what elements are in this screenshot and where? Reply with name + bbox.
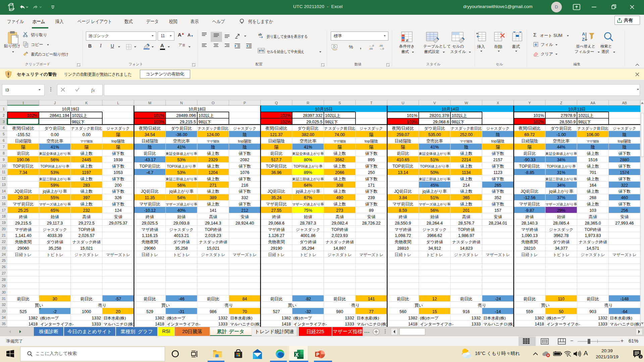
svg-text:AB: AB	[622, 101, 627, 105]
svg-text:P: P	[244, 101, 246, 105]
svg-text:日経トレ: 日経トレ	[15, 252, 32, 257]
svg-text:273: 273	[336, 208, 343, 213]
svg-text:値下数: 値下数	[238, 164, 251, 169]
svg-text:A: A	[582, 32, 585, 37]
svg-text:28210: 28210	[524, 246, 536, 251]
svg-text:ダウ前日比: ダウ前日比	[44, 126, 65, 131]
svg-text:日本水産(株): 日本水産(株)	[104, 316, 126, 320]
svg-text:終値: 終値	[145, 215, 154, 219]
svg-text:28397.332: 28397.332	[303, 113, 323, 118]
svg-text:13.14: 13.14	[398, 170, 408, 175]
svg-text:1333: 1333	[598, 322, 607, 326]
svg-text:29,082.4: 29,082.4	[332, 221, 348, 226]
svg-text:夜間/日経比: 夜間/日経比	[519, 126, 540, 131]
svg-text:268: 268	[589, 195, 596, 200]
svg-text:4033.39: 4033.39	[47, 233, 62, 238]
svg-text:3962.78: 3962.78	[554, 233, 569, 238]
svg-text:マルハニチロ(株): マルハニチロ(株)	[483, 322, 514, 326]
svg-text:5: 5	[3, 132, 5, 136]
svg-text:前日比: 前日比	[270, 297, 282, 301]
svg-text:-14: -14	[495, 309, 501, 314]
svg-text:212: 212	[241, 208, 248, 213]
svg-text:始値: 始値	[51, 215, 59, 219]
svg-text:-9.87: -9.87	[525, 208, 534, 213]
svg-text:-82: -82	[305, 297, 311, 301]
svg-text:141: 141	[368, 297, 375, 301]
svg-text:値下数: 値下数	[365, 164, 378, 169]
svg-text:27,993.46: 27,993.46	[615, 221, 634, 226]
svg-text:値上数: 値上数	[80, 202, 93, 206]
svg-text:56%: 56%	[177, 183, 185, 188]
svg-text:525: 525	[20, 309, 27, 314]
svg-text:382.00: 382.00	[302, 132, 314, 137]
svg-text:TOP前日比: TOP前日比	[519, 164, 540, 169]
svg-text:29,215.5: 29,215.5	[15, 221, 31, 226]
svg-text:夜間/日経比: 夜間/日経比	[265, 126, 287, 131]
svg-text:トピトレ: トピトレ	[426, 252, 443, 257]
svg-text:マルハニチロ(株): マルハニチロ(株)	[610, 322, 641, 326]
svg-text:ナスダック終値: ナスダック終値	[579, 240, 607, 244]
svg-text:TOPIX値上がり率: TOPIX値上がり率	[547, 164, 576, 168]
svg-text:→.0: →.0	[379, 47, 384, 50]
svg-text:S: S	[338, 101, 341, 105]
svg-text:10月18日: 10月18日	[189, 107, 206, 112]
svg-text:夜間/日経比: 夜間/日経比	[392, 126, 414, 131]
svg-text:-8.85: -8.85	[525, 170, 534, 175]
svg-text:値上数: 値上数	[460, 202, 473, 206]
svg-text:1333: 1333	[472, 322, 481, 326]
svg-text:ナスダック前日比: ナスダック前日比	[578, 126, 608, 130]
svg-text:値上数: 値上数	[587, 189, 599, 194]
svg-text:高値: 高値	[83, 215, 91, 219]
svg-text:高値: 高値	[462, 215, 471, 219]
svg-text:始値: 始値	[177, 215, 186, 219]
svg-text:-12.56: -12.56	[524, 195, 535, 200]
svg-text:陽: 陽	[116, 145, 120, 149]
svg-text:X: X	[497, 101, 499, 105]
svg-text:マザ前日比: マザ前日比	[266, 202, 287, 206]
svg-text:値下数: 値下数	[492, 189, 504, 194]
svg-text:日経陽陰: 日経陽陰	[15, 139, 32, 143]
svg-text:28,365.0: 28,365.0	[585, 221, 601, 226]
svg-text:106.00: 106.00	[587, 132, 599, 137]
svg-text:先物夜間: 先物夜間	[395, 240, 412, 244]
svg-text:51%: 51%	[430, 195, 439, 200]
svg-text:前日比: 前日比	[17, 297, 30, 301]
svg-text:326: 326	[115, 195, 122, 200]
svg-text:29,025.5: 29,025.5	[142, 221, 158, 226]
svg-text:マザ陽陰: マザ陽陰	[207, 139, 219, 143]
svg-text:102%: 102%	[280, 120, 291, 124]
svg-text:28: 28	[2, 278, 6, 282]
svg-text:高値: 高値	[209, 215, 217, 219]
svg-text:値下数: 値下数	[112, 177, 125, 181]
svg-text:50%: 50%	[430, 170, 439, 175]
svg-text:15,021: 15,021	[207, 246, 219, 251]
svg-text:190.06: 190.06	[17, 158, 30, 162]
svg-text:322: 322	[621, 183, 628, 188]
svg-text:75%: 75%	[304, 208, 312, 213]
svg-text:101%: 101%	[533, 113, 544, 118]
svg-text:値下数: 値下数	[365, 177, 378, 181]
svg-text:トピトレ: トピトレ	[173, 252, 190, 257]
svg-text:29: 29	[2, 284, 6, 288]
svg-text:値下数: 値下数	[112, 189, 125, 194]
svg-text:%: %	[349, 44, 353, 50]
svg-text:値上数: 値上数	[460, 151, 473, 156]
svg-text:70: 70	[243, 309, 247, 314]
svg-text:29,272.5: 29,272.5	[78, 221, 95, 226]
svg-text:89%: 89%	[304, 170, 312, 175]
svg-text:2329: 2329	[209, 158, 218, 162]
svg-text:44%: 44%	[557, 145, 566, 149]
svg-text:33: 33	[2, 309, 6, 313]
svg-text:103: 103	[589, 208, 596, 213]
svg-text:陰: 陰	[211, 145, 215, 149]
svg-text:陰: 陰	[623, 145, 627, 149]
svg-text:値下数: 値下数	[238, 202, 251, 206]
svg-text:日経トレ: 日経トレ	[521, 252, 538, 257]
svg-text:(株)ホープ: (株)ホープ	[40, 316, 59, 320]
svg-text:29,093.8: 29,093.8	[173, 221, 190, 226]
svg-text:-36.00: -36.00	[175, 132, 187, 137]
svg-text:V: V	[433, 101, 436, 105]
svg-text:TOPIX値上がり率: TOPIX値上がり率	[420, 164, 449, 168]
svg-text:55%: 55%	[51, 195, 59, 200]
svg-text:98以下: 98以下	[325, 120, 338, 124]
